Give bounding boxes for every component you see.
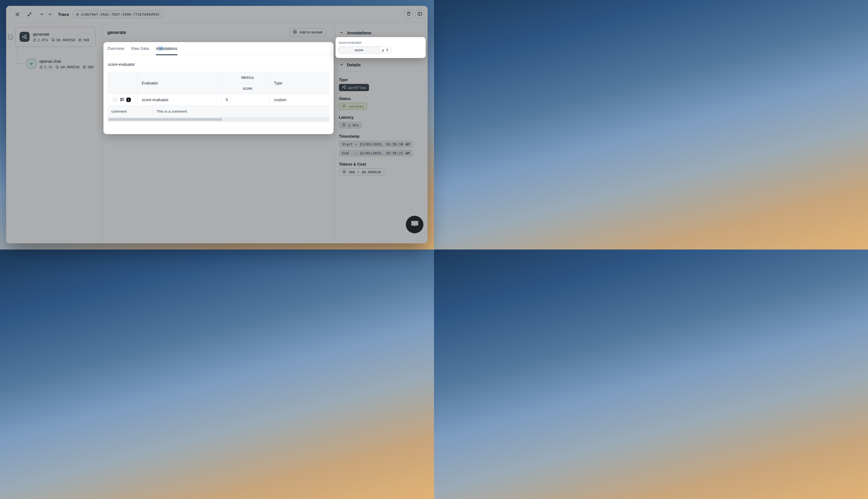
tab-raw-data[interactable]: Raw Data bbox=[131, 42, 149, 55]
scrollbar-thumb[interactable] bbox=[108, 118, 222, 121]
metric-name[interactable]: score bbox=[339, 47, 379, 53]
text-selection-highlight: nn bbox=[159, 46, 163, 51]
span-detail-card: Overview Raw Data Annotations score-eval… bbox=[104, 42, 334, 134]
table-header-row: Evaluator Metrics score Type bbox=[108, 72, 329, 94]
cell-score: 5 bbox=[221, 94, 270, 105]
comment-bubble-icon[interactable] bbox=[119, 97, 124, 102]
cell-type: custom bbox=[270, 94, 330, 105]
metric-mean-value: μ 5 bbox=[379, 47, 391, 53]
tab-bar: Overview Raw Data Annotations bbox=[104, 42, 334, 55]
header-subcell-score: score bbox=[239, 83, 252, 94]
comment-value-cell: This is a comment bbox=[153, 106, 330, 117]
trace-modal: Trace # 1cbb70e7-34a1-7bb7-3498-771b7d46… bbox=[6, 6, 427, 243]
evaluator-table: Evaluator Metrics score Type − 1 score-e… bbox=[108, 72, 329, 122]
evaluator-section-label: score-evaluator bbox=[108, 62, 329, 66]
cell-evaluator: score-evaluator bbox=[137, 94, 221, 105]
annotations-popover: score-evaluator score μ 5 bbox=[336, 37, 426, 58]
table-row[interactable]: − 1 score-evaluator 5 custom bbox=[108, 94, 329, 106]
header-cell-evaluator: Evaluator bbox=[137, 72, 221, 94]
metric-pill[interactable]: score μ 5 bbox=[339, 47, 391, 53]
comment-row: comment This is a comment bbox=[108, 106, 329, 117]
comment-count-badge: 1 bbox=[126, 98, 131, 102]
popover-evaluator-label: score-evaluator bbox=[339, 41, 423, 45]
header-cell-controls bbox=[108, 72, 137, 94]
tab-annotations[interactable]: Annotations bbox=[156, 42, 177, 55]
collapse-row-toggle[interactable]: − bbox=[113, 97, 118, 102]
header-cell-metrics: Metrics score bbox=[221, 72, 270, 94]
horizontal-scrollbar bbox=[108, 117, 329, 122]
header-cell-type: Type bbox=[270, 72, 330, 94]
comment-key-cell: comment bbox=[108, 106, 153, 117]
row-controls-cell: − 1 bbox=[108, 94, 137, 105]
active-tab-underline bbox=[156, 54, 177, 55]
tab-overview[interactable]: Overview bbox=[107, 42, 124, 55]
